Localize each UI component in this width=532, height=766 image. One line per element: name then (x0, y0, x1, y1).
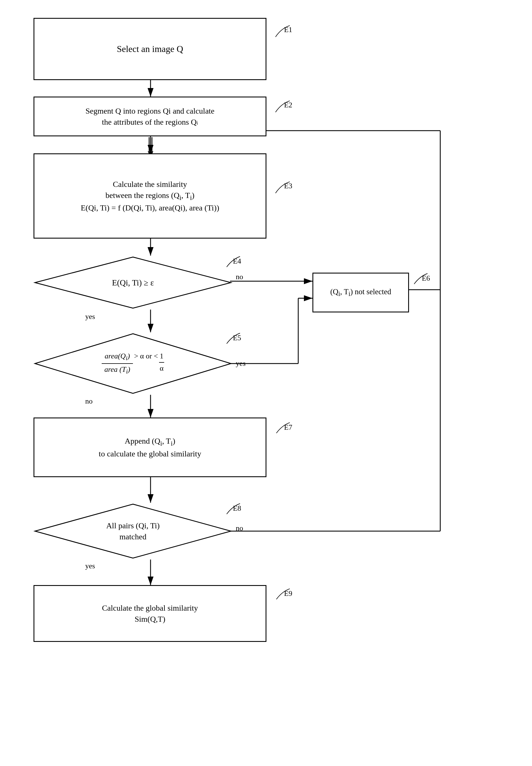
e6-text: (Qi, Ti) not selected (330, 287, 391, 299)
e3-text: Calculate the similaritybetween the regi… (81, 179, 219, 214)
e2-curve (273, 98, 295, 115)
e4-diamond-text: E(Qi, Ti) ≥ ε (34, 256, 232, 310)
e9-text: Calculate the global similaritySim(Q,T) (102, 602, 198, 625)
e7-curve (274, 420, 294, 435)
e5-curve (224, 331, 244, 345)
e7-text: Append (Qi, Ti)to calculate the global s… (99, 435, 201, 459)
e6-box: (Qi, Ti) not selected (312, 273, 409, 312)
e1-text: Select an image Q (117, 43, 183, 55)
e4-yes-label: yes (85, 312, 95, 321)
e8-yes-label: yes (85, 562, 95, 570)
e8-no-label: no (236, 524, 243, 533)
e4-diamond-wrapper: E(Qi, Ti) ≥ ε (34, 256, 232, 310)
e9-curve (274, 586, 294, 601)
e4-no-label: no (236, 273, 243, 281)
e8-diamond-wrapper: All pairs (Qi, Ti)matched (34, 503, 232, 560)
e7-box: Append (Qi, Ti)to calculate the global s… (34, 418, 266, 477)
e9-box: Calculate the global similaritySim(Q,T) (34, 585, 266, 642)
e3-curve (273, 179, 295, 196)
e2-box: Segment Q into regions Qi and calculate … (34, 97, 266, 136)
flowchart: Select an image Q E1 Segment Q into regi… (0, 0, 532, 766)
e1-box: Select an image Q (34, 18, 266, 80)
e8-curve (224, 501, 244, 515)
e5-diamond-text: area(Qi) area (Ti) > α or < 1 α (34, 332, 232, 395)
e2-text: Segment Q into regions Qi and calculate … (85, 105, 214, 128)
e6-curve (412, 271, 432, 285)
e5-diamond-wrapper: area(Qi) area (Ti) > α or < 1 α (34, 332, 232, 395)
e8-diamond-text: All pairs (Qi, Ti)matched (34, 503, 232, 560)
e5-no-label: no (85, 397, 93, 406)
e3-box: Calculate the similaritybetween the regi… (34, 153, 266, 239)
e4-curve (224, 254, 244, 268)
e5-yes-label: yes (236, 359, 246, 368)
e1-curve (273, 23, 295, 40)
